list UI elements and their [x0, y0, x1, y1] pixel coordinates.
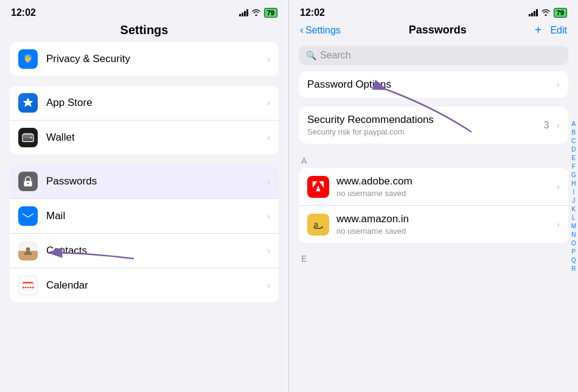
password-options-item[interactable]: Password Options › [299, 71, 568, 98]
security-rec-text: Security Recommendations Security risk f… [307, 114, 544, 136]
settings-item-calendar[interactable]: ●●●●●●● Calendar › [10, 268, 279, 303]
left-nav-title: Settings [120, 23, 169, 37]
alpha-C[interactable]: C [571, 137, 576, 145]
passwords-label: Passwords [46, 175, 263, 187]
adobe-text: www.adobe.com no username saved [336, 175, 553, 198]
svg-text:a: a [314, 219, 319, 228]
section-a-label: A [299, 152, 568, 168]
nav-actions: + Edit [535, 23, 567, 37]
alpha-E[interactable]: E [571, 154, 576, 162]
search-bar-container: 🔍 Search [289, 42, 578, 71]
security-badge: 3 [544, 120, 549, 131]
password-options-chevron: › [557, 79, 560, 90]
back-button[interactable]: ‹ Settings [300, 24, 341, 37]
settings-group-privacy: ✋ Privacy & Security › [10, 42, 279, 76]
left-battery-icon: 79 [264, 8, 277, 18]
back-chevron-icon: ‹ [300, 24, 304, 37]
svg-rect-6 [23, 212, 33, 220]
privacy-chevron: › [267, 54, 270, 65]
security-rec-chevron: › [557, 120, 560, 131]
wallet-chevron: › [267, 132, 270, 143]
left-nav-bar: Settings [0, 21, 288, 42]
privacy-icon: ✋ [18, 49, 38, 69]
right-time: 12:02 [300, 7, 325, 18]
adobe-username: no username saved [336, 189, 553, 198]
appstore-chevron: › [267, 97, 270, 108]
settings-item-passwords[interactable]: Passwords › [10, 164, 279, 199]
privacy-label: Privacy & Security [46, 53, 263, 65]
settings-item-mail[interactable]: Mail › [10, 199, 279, 234]
amazon-chevron: › [557, 219, 560, 230]
right-nav-title: Passwords [409, 24, 467, 37]
section-e-label: E [299, 251, 568, 266]
mail-chevron: › [267, 211, 270, 222]
svg-point-5 [27, 183, 29, 184]
search-bar[interactable]: 🔍 Search [299, 46, 568, 65]
password-options-title: Password Options [307, 79, 553, 91]
search-placeholder: Search [320, 50, 351, 61]
svg-point-7 [26, 247, 30, 251]
alpha-R[interactable]: R [571, 265, 576, 273]
passwords-icon [18, 172, 38, 191]
right-signal-icon [529, 9, 538, 16]
right-battery-icon: 79 [554, 8, 567, 18]
contacts-icon [18, 241, 38, 261]
alpha-M[interactable]: M [571, 222, 576, 230]
back-label: Settings [305, 25, 341, 36]
security-rec-title: Security Recommendations [307, 114, 544, 126]
alpha-D[interactable]: D [571, 145, 576, 153]
settings-item-contacts[interactable]: Contacts › [10, 234, 279, 268]
mail-label: Mail [46, 210, 263, 222]
left-panel: 12:02 79 Settings [0, 0, 289, 392]
alpha-H[interactable]: H [571, 180, 576, 187]
alpha-I[interactable]: I [571, 188, 576, 196]
edit-button[interactable]: Edit [550, 25, 567, 36]
alpha-A[interactable]: A [571, 120, 576, 128]
amazon-icon: a [307, 214, 329, 236]
add-password-button[interactable]: + [535, 23, 542, 37]
right-nav-bar: ‹ Settings Passwords + Edit [289, 21, 578, 42]
alpha-N[interactable]: N [571, 231, 576, 239]
alpha-F[interactable]: F [571, 163, 576, 170]
settings-item-wallet[interactable]: Wallet › [10, 121, 279, 155]
calendar-label: Calendar [46, 279, 263, 292]
svg-text:●●●●●●●: ●●●●●●● [22, 285, 34, 289]
appstore-label: App Store [46, 97, 263, 109]
adobe-password-item[interactable]: www.adobe.com no username saved › [299, 168, 568, 206]
wallet-label: Wallet [46, 131, 263, 144]
settings-item-privacy[interactable]: ✋ Privacy & Security › [10, 42, 279, 76]
security-rec-item[interactable]: Security Recommendations Security risk f… [299, 107, 568, 144]
right-panel: 12:02 79 ‹ Settings [289, 0, 578, 392]
left-status-bar: 12:02 79 [0, 0, 288, 21]
signal-icon [239, 9, 248, 16]
alpha-P[interactable]: P [571, 248, 576, 256]
left-settings-content: ✋ Privacy & Security › App Store › [0, 42, 288, 392]
password-list-group: www.adobe.com no username saved › a www.… [299, 168, 568, 243]
alpha-K[interactable]: K [571, 205, 576, 213]
alpha-O[interactable]: O [571, 239, 576, 247]
alpha-B[interactable]: B [571, 128, 576, 136]
search-icon: 🔍 [306, 51, 316, 60]
settings-group-passwords: Passwords › Mail › [10, 164, 279, 303]
alpha-Q[interactable]: Q [571, 256, 576, 264]
settings-item-appstore[interactable]: App Store › [10, 86, 279, 121]
svg-rect-1 [23, 135, 33, 142]
right-content: Password Options › Security Recommendati… [289, 71, 578, 392]
amazon-text: www.amazon.in no username saved [336, 213, 553, 236]
settings-group-apps: App Store › Wallet › [10, 86, 279, 155]
adobe-chevron: › [557, 181, 560, 192]
alphabet-sidebar[interactable]: A B C D E F G H I J K L M N O P Q R [571, 120, 576, 273]
alpha-L[interactable]: L [571, 214, 576, 222]
password-options-text: Password Options [307, 79, 553, 91]
wifi-icon [251, 9, 261, 18]
mail-icon [18, 206, 38, 226]
amazon-password-item[interactable]: a www.amazon.in no username saved › [299, 206, 568, 243]
contacts-chevron: › [267, 245, 270, 256]
left-status-icons: 79 [239, 8, 277, 18]
right-wifi-icon [541, 9, 551, 18]
right-status-bar: 12:02 79 [289, 0, 578, 21]
left-time: 12:02 [11, 7, 36, 18]
alpha-J[interactable]: J [571, 197, 576, 205]
alpha-G[interactable]: G [571, 171, 576, 179]
contacts-label: Contacts [46, 245, 263, 257]
